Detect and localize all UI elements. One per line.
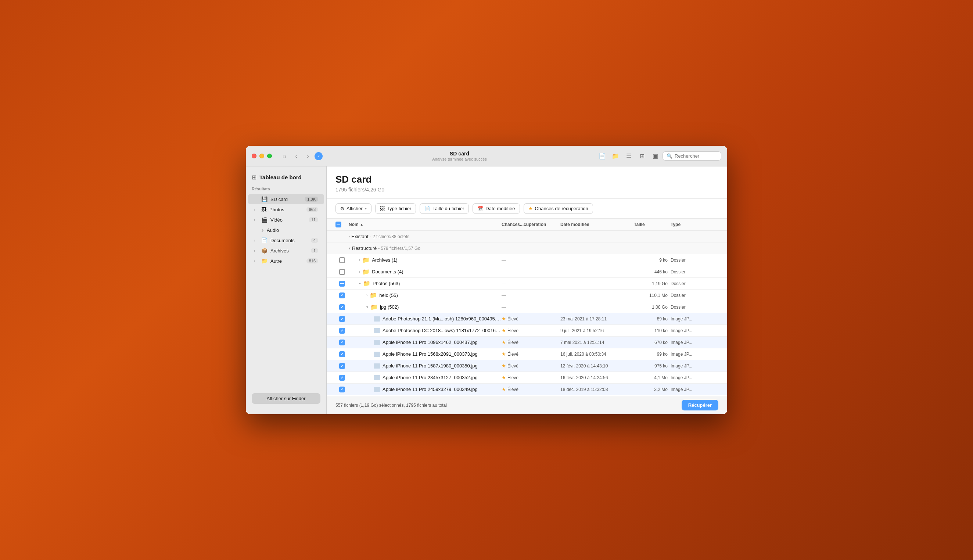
folder-icon-btn[interactable]: 📁 [610,150,621,162]
chevron-icon: › [367,293,367,297]
row-checkbox-area[interactable] [335,269,349,275]
table-row[interactable]: Apple iPhone 11 Pro 1568x2091_000373.jpg… [327,348,727,360]
file-thumbnail [374,352,380,357]
row-checkbox-area[interactable] [335,281,349,287]
grid-view-btn[interactable]: ⊞ [636,150,648,162]
sidebar-badge-video: 11 [309,217,318,222]
sidebar-badge-autre: 816 [307,258,318,263]
section-existant[interactable]: › Existant - 2 fichiers/88 octets [327,231,727,243]
file4-checkbox[interactable] [339,351,345,357]
sidebar-item-autre[interactable]: › 📁 Autre 816 [248,256,324,266]
main-content: ⊞ Tableau de bord Résultats 💾 SD card 1,… [246,167,727,414]
file3-checkbox[interactable] [339,340,345,345]
table-row[interactable]: › 📁 Documents (4) — 446 ko Dossier [327,266,727,278]
file6-recovery: ★Élevé [501,375,560,380]
file2-date: 9 juil. 2021 à 19:52:16 [560,328,634,333]
table-row[interactable]: › 📁 Archives (1) — 9 ko Dossier [327,254,727,266]
row-checkbox-area[interactable] [335,292,349,298]
file5-size: 975 ko [634,363,671,368]
chevron-icon: › [359,258,360,262]
photos563-checkbox[interactable] [339,281,345,287]
chevron-down-icon: ▾ [365,207,367,210]
file7-size: 3,2 Mo [634,387,671,392]
jpg502-checkbox[interactable] [339,304,345,310]
search-input[interactable] [675,153,717,159]
row-checkbox-area[interactable] [335,375,349,381]
sidebar-item-sd-card[interactable]: 💾 SD card 1,8K [248,194,324,204]
sidebar-item-video[interactable]: › 🎬 Vidéo 11 [248,215,324,225]
table-row[interactable]: Apple iPhone 11 Pro 1096x1462_000437.jpg… [327,337,727,348]
dashboard-label: Tableau de bord [260,174,302,180]
file-thumbnail [374,375,380,380]
file1-name: Adobe Photoshop 21.1 (Ma...osh) 1280x960… [349,316,501,322]
file7-type: Image JP... [671,387,718,392]
date-button[interactable]: 📅 Date modifiée [473,203,520,214]
file6-date: 16 févr. 2020 à 14:24:56 [560,375,634,380]
file2-checkbox[interactable] [339,328,345,333]
table-container[interactable]: Nom ▲ Chances...cupération Date modifiée… [327,218,727,396]
home-button[interactable]: ⌂ [279,151,290,161]
row-checkbox-area[interactable] [335,316,349,322]
table-row[interactable]: Adobe Photoshop 21.1 (Ma...osh) 1280x960… [327,313,727,325]
folder-icon: 📁 [363,280,370,287]
forward-button[interactable]: › [303,151,313,161]
file3-recovery: ★Élevé [501,340,560,345]
file7-checkbox[interactable] [339,387,345,392]
file6-checkbox[interactable] [339,375,345,381]
chevron-down-icon: ▾ [359,282,361,285]
archives1-checkbox[interactable] [339,257,345,263]
minimize-button[interactable] [260,153,264,158]
table-row[interactable]: ▾ 📁 jpg (502) — 1,08 Go Dossier [327,301,727,313]
heic55-checkbox[interactable] [339,292,345,298]
file4-date: 16 juil. 2020 à 00:50:34 [560,352,634,357]
close-button[interactable] [252,153,257,158]
row-checkbox-area[interactable] [335,304,349,310]
afficher-button[interactable]: ⊜ Afficher ▾ [335,203,372,214]
documents-icon: 📄 [261,237,268,243]
file5-checkbox[interactable] [339,363,345,369]
search-box[interactable]: 🔍 [663,152,721,161]
chances-button[interactable]: ★ Chances de récupération [523,203,593,214]
type-fichier-button[interactable]: 🖼 Type fichier [375,203,416,214]
sidebar-badge-documents: 4 [311,238,318,243]
file1-checkbox[interactable] [339,316,345,322]
row-checkbox-area[interactable] [335,340,349,345]
recover-button[interactable]: Récupérer [681,400,718,410]
fullscreen-button[interactable] [267,153,272,158]
table-row[interactable]: Adobe Photoshop CC 2018...ows) 1181x1772… [327,325,727,337]
sidebar-item-documents[interactable]: › 📄 Documents 4 [248,235,324,245]
section-restructure-label: ▾ Restructuré - 579 fichiers/1,57 Go [349,245,501,251]
row-checkbox-area[interactable] [335,351,349,357]
back-button[interactable]: ‹ [291,151,301,161]
table-row[interactable]: Apple iPhone 11 Pro 2345x3127_000352.jpg… [327,372,727,383]
chevron-icon: › [254,238,258,243]
sidebar-label-video: Vidéo [270,217,306,223]
table-row[interactable]: Apple iPhone 11 Pro 1587x1980_000350.jpg… [327,360,727,372]
sidebar-label-autre: Autre [270,258,303,264]
chevron-icon: › [254,259,258,263]
sidebar-item-archives[interactable]: › 📦 Archives 1 [248,245,324,256]
table-row[interactable]: Apple iPhone 11 Pro 2459x3279_000349.jpg… [327,383,727,395]
finder-button[interactable]: Afficher sur Finder [252,393,320,404]
table-row[interactable]: ▾ 📁 Photos (563) — 1,19 Go Dossier [327,278,727,290]
col-nom[interactable]: Nom ▲ [349,222,501,227]
row-checkbox-area[interactable] [335,328,349,333]
file2-name: Adobe Photoshop CC 2018...ows) 1181x1772… [349,328,501,333]
folder-icon: 📁 [370,303,378,310]
table-row[interactable]: › 📁 heic (55) — 110,1 Mo Dossier [327,290,727,301]
section-restructure[interactable]: ▾ Restructuré - 579 fichiers/1,57 Go [327,243,727,254]
sidebar-item-audio[interactable]: ♪ Audio [248,225,324,235]
row-checkbox-area[interactable] [335,363,349,369]
select-all-checkbox[interactable] [335,222,342,227]
file-icon-btn[interactable]: 📄 [596,150,608,162]
row-checkbox-area[interactable] [335,257,349,263]
content-title: SD card [335,174,718,185]
restructure-detail: - 579 fichiers/1,57 Go [378,246,420,251]
taille-button[interactable]: 📄 Taille du fichier [420,203,469,214]
list-view-btn[interactable]: ☰ [623,150,635,162]
row-checkbox-area[interactable] [335,387,349,392]
panel-btn[interactable]: ▣ [649,150,661,162]
sidebar-item-photos[interactable]: › 🖼 Photos 963 [248,204,324,215]
documents4-checkbox[interactable] [339,269,345,275]
sidebar-section-label: Résultats [246,187,326,194]
